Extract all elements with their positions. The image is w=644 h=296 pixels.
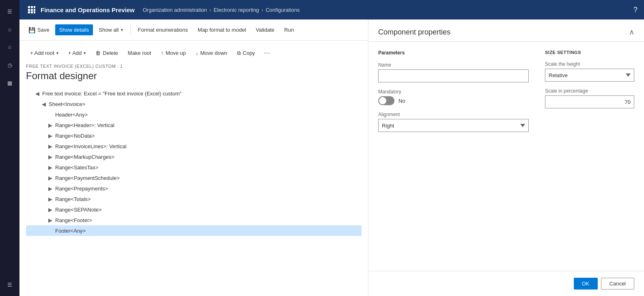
- map-format-button[interactable]: Map format to model: [194, 24, 250, 35]
- move-down-icon: ↓: [196, 50, 198, 56]
- designer-breadcrumb: FREE TEXT INVOICE (EXCEL) CUSTOM : 1: [26, 64, 362, 69]
- toggle-knob: [379, 97, 386, 104]
- add-button[interactable]: + Add ▾: [64, 48, 90, 58]
- tree-toggle[interactable]: ▶: [47, 122, 54, 128]
- svg-rect-6: [28, 11, 30, 13]
- breadcrumb-config[interactable]: Configurations: [266, 7, 300, 13]
- panel-body: Parameters Name Mandatory No: [368, 42, 644, 271]
- mandatory-no-label: No: [398, 98, 405, 104]
- move-up-icon: ↑: [161, 50, 164, 56]
- tree-item-footer-any[interactable]: Footer<Any>: [26, 225, 362, 236]
- tree-item[interactable]: ▶ Range<MarkupCharges>: [26, 151, 362, 162]
- tree-item[interactable]: ▶ Range<NoData>: [26, 130, 362, 141]
- breadcrumb: Organization administration › Electronic…: [143, 7, 300, 13]
- app-title: Finance and Operations Preview: [41, 6, 135, 13]
- app-grid-icon[interactable]: [26, 4, 37, 15]
- scale-percentage-input[interactable]: [545, 95, 634, 108]
- size-settings-title: SIZE SETTINGS: [545, 50, 634, 55]
- collapse-icon[interactable]: ∧: [629, 28, 634, 37]
- tree-item[interactable]: ▶ Range<Prepayments>: [26, 183, 362, 194]
- toolbar-sep-1: [130, 25, 131, 35]
- toolbar: 💾 Save Show details Show all ▾ Format en…: [19, 19, 368, 41]
- validate-button[interactable]: Validate: [252, 24, 278, 35]
- scale-percentage-field-group: Scale in percentage: [545, 88, 634, 108]
- tree-item[interactable]: Header<Any>: [26, 109, 362, 120]
- tree-toggle[interactable]: ▶: [47, 143, 54, 149]
- scale-height-select[interactable]: Relative Absolute None: [545, 69, 634, 82]
- tree-item[interactable]: ▶ Range<SEPANote>: [26, 204, 362, 215]
- alignment-field-group: Alignment Left Center Right: [378, 112, 529, 132]
- tree-item[interactable]: ▶ Range<InvoiceLines>: Vertical: [26, 141, 362, 151]
- breadcrumb-er[interactable]: Electronic reporting: [213, 7, 259, 13]
- add-root-button[interactable]: + Add root ▾: [26, 48, 62, 58]
- mandatory-label: Mandatory: [378, 89, 529, 95]
- tree-toggle[interactable]: ▶: [47, 196, 54, 202]
- list-icon[interactable]: ☰: [2, 277, 18, 293]
- tree-item[interactable]: ▶ Range<SalesTax>: [26, 162, 362, 173]
- favorites-icon[interactable]: ☆: [2, 39, 18, 55]
- svg-rect-4: [31, 9, 33, 11]
- left-navigation: ☰ ⌂ ☆ ◷ ▦ ☰: [0, 0, 19, 296]
- alignment-label: Alignment: [378, 112, 529, 117]
- tree-toggle[interactable]: ▶: [47, 132, 54, 139]
- mandatory-toggle[interactable]: [378, 96, 394, 105]
- designer-panel: 💾 Save Show details Show all ▾ Format en…: [19, 19, 368, 296]
- name-input[interactable]: [378, 69, 529, 82]
- breadcrumb-org[interactable]: Organization administration: [143, 7, 207, 13]
- run-button[interactable]: Run: [280, 24, 298, 35]
- mandatory-toggle-row: No: [378, 96, 529, 105]
- parameters-label: Parameters: [378, 50, 529, 56]
- alignment-select[interactable]: Left Center Right: [378, 119, 529, 132]
- page-title: Format designer: [26, 70, 362, 82]
- tree-toggle[interactable]: ◀: [34, 90, 41, 97]
- save-icon: 💾: [28, 27, 35, 33]
- breadcrumb-sep-1: ›: [209, 7, 211, 13]
- recent-icon[interactable]: ◷: [2, 57, 18, 73]
- format-tree: ◀ Free text invoice: Excel = "Free text …: [26, 88, 362, 236]
- name-field-group: Name: [378, 62, 529, 82]
- size-settings-section: SIZE SETTINGS Scale the height Relative …: [545, 50, 634, 263]
- tree-toggle[interactable]: ▶: [47, 175, 54, 181]
- move-down-button[interactable]: ↓ Move down: [192, 48, 231, 58]
- home-icon[interactable]: ⌂: [2, 21, 18, 37]
- tree-item[interactable]: ◀ Sheet<Invoice>: [26, 99, 362, 109]
- delete-icon: 🗑: [95, 50, 101, 56]
- format-enumerations-button[interactable]: Format enumerations: [134, 24, 192, 35]
- scale-height-field-group: Scale the height Relative Absolute None: [545, 61, 634, 82]
- save-button[interactable]: 💾 Save: [24, 24, 54, 36]
- copy-button[interactable]: ⧉ Copy: [233, 48, 259, 59]
- tree-toggle[interactable]: ◀: [41, 101, 47, 107]
- more-options-icon[interactable]: ···: [261, 47, 273, 59]
- tree-item[interactable]: ▶ Range<Footer>: [26, 215, 362, 225]
- copy-icon: ⧉: [237, 50, 241, 56]
- tree-toggle[interactable]: ▶: [47, 217, 54, 223]
- make-root-button[interactable]: Make root: [124, 48, 155, 58]
- parameters-section: Parameters Name Mandatory No: [378, 50, 529, 263]
- tree-item[interactable]: ▶ Range<PaymentSchedule>: [26, 173, 362, 183]
- show-all-button[interactable]: Show all ▾: [95, 24, 127, 35]
- move-up-button[interactable]: ↑ Move up: [157, 48, 190, 58]
- breadcrumb-sep-2: ›: [261, 7, 263, 13]
- delete-button[interactable]: 🗑 Delete: [91, 48, 122, 58]
- name-label: Name: [378, 62, 529, 68]
- svg-rect-7: [31, 11, 33, 13]
- tree-item[interactable]: ▶ Range<Header>: Vertical: [26, 120, 362, 130]
- component-properties-panel: Component properties ∧ Parameters Name M…: [368, 19, 644, 296]
- content-area: 💾 Save Show details Show all ▾ Format en…: [19, 19, 644, 296]
- svg-rect-8: [34, 11, 35, 13]
- cancel-button[interactable]: Cancel: [601, 278, 634, 290]
- tree-toggle[interactable]: ▶: [47, 153, 54, 160]
- tree-toggle[interactable]: ▶: [47, 164, 54, 171]
- svg-rect-2: [34, 6, 35, 8]
- hamburger-icon[interactable]: ☰: [2, 3, 18, 19]
- tree-toggle[interactable]: ▶: [47, 185, 54, 192]
- svg-rect-5: [34, 9, 35, 11]
- add-chevron: ▾: [84, 51, 86, 55]
- workspaces-icon[interactable]: ▦: [2, 75, 18, 91]
- tree-item[interactable]: ▶ Range<Totals>: [26, 194, 362, 204]
- ok-button[interactable]: OK: [574, 278, 598, 290]
- tree-item[interactable]: ◀ Free text invoice: Excel = "Free text …: [26, 88, 362, 99]
- help-icon[interactable]: ?: [633, 6, 638, 14]
- tree-toggle[interactable]: ▶: [47, 206, 54, 213]
- show-details-button[interactable]: Show details: [55, 24, 93, 35]
